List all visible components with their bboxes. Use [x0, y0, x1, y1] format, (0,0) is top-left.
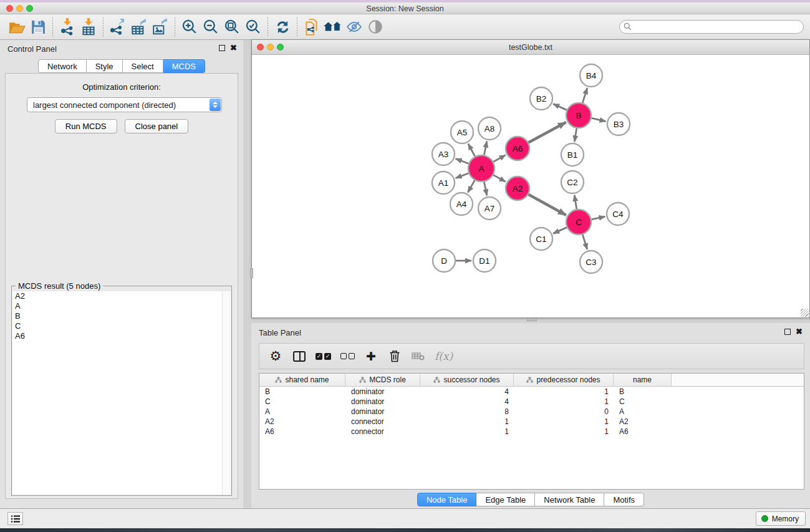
table-cell[interactable]: 4 — [420, 397, 514, 407]
column-header-shared-name[interactable]: shared name — [259, 374, 345, 386]
node-A1[interactable]: A1 — [432, 172, 455, 194]
edge-C-C3[interactable] — [582, 235, 587, 249]
edge-B-B2[interactable] — [553, 104, 567, 110]
close-panel-button[interactable]: Close panel — [125, 119, 189, 133]
table-cell[interactable]: dominator — [345, 397, 420, 407]
table-cell[interactable]: A — [614, 407, 672, 417]
table-cell[interactable]: A — [259, 407, 345, 417]
table-cell[interactable]: connector — [345, 427, 420, 437]
home-button[interactable] — [322, 17, 344, 37]
column-visibility-button[interactable] — [292, 348, 307, 364]
node-C4[interactable]: C4 — [607, 203, 629, 225]
table-cell[interactable]: 1 — [420, 417, 514, 427]
node-A8[interactable]: A8 — [478, 117, 501, 140]
node-B3[interactable]: B3 — [607, 113, 630, 135]
edge-B-B1[interactable] — [574, 128, 576, 142]
table-cell[interactable]: A6 — [259, 427, 345, 437]
delete-table-button[interactable] — [411, 348, 426, 364]
result-item[interactable]: A6 — [12, 331, 222, 341]
node-C1[interactable]: C1 — [530, 228, 552, 250]
vertical-splitter-handle[interactable] — [250, 268, 253, 278]
zoom-out-button[interactable] — [200, 17, 221, 37]
node-A7[interactable]: A7 — [478, 197, 501, 220]
table-cell[interactable]: 1 — [514, 387, 614, 397]
tab-network[interactable]: Network — [38, 59, 87, 73]
table-settings-button[interactable]: ⚙ — [268, 348, 283, 364]
column-header-MCDS-role[interactable]: MCDS role — [345, 374, 420, 386]
close-table-panel-icon[interactable]: ✖ — [796, 329, 803, 335]
deselect-all-button[interactable] — [340, 348, 355, 364]
select-all-button[interactable]: ✓✓ — [316, 348, 331, 364]
edge-A2-C[interactable] — [529, 195, 566, 215]
zoom-selected-button[interactable] — [243, 17, 264, 37]
node-D[interactable]: D — [433, 249, 455, 272]
node-B2[interactable]: B2 — [530, 87, 552, 110]
export-network-button[interactable] — [107, 17, 128, 37]
node-A5[interactable]: A5 — [451, 121, 473, 143]
import-network-button[interactable] — [57, 17, 78, 37]
edge-A-A6[interactable] — [493, 155, 505, 162]
network-canvas[interactable]: AA6A2BCA5A8A3A1A4A7B4B2B3B1C2C4C1C3DD1 — [252, 55, 809, 317]
column-header-name[interactable]: name — [614, 374, 672, 386]
edge-A-A3[interactable] — [456, 158, 469, 163]
window-resize-grip[interactable] — [801, 309, 809, 317]
table-row[interactable]: Bdominator41B — [259, 387, 804, 397]
add-column-button[interactable]: ✚ — [364, 348, 378, 364]
node-A[interactable]: A — [468, 155, 494, 181]
result-item[interactable]: A — [12, 301, 222, 311]
zoom-in-button[interactable] — [179, 17, 200, 37]
table-cell[interactable]: C — [614, 397, 672, 407]
import-table-button[interactable] — [78, 17, 99, 37]
table-row[interactable]: Cdominator41C — [259, 397, 804, 407]
table-cell[interactable]: 1 — [514, 427, 614, 437]
table-cell[interactable]: 1 — [514, 417, 614, 427]
search-input[interactable] — [619, 20, 804, 34]
run-mcds-button[interactable]: Run MCDS — [55, 119, 117, 133]
edge-A-A2[interactable] — [493, 175, 505, 182]
function-builder-button[interactable]: f(x) — [435, 348, 453, 364]
node-A4[interactable]: A4 — [450, 193, 473, 215]
node-C[interactable]: C — [566, 210, 591, 235]
table-cell[interactable]: 4 — [420, 387, 514, 397]
refresh-layout-button[interactable] — [272, 17, 293, 37]
node-B4[interactable]: B4 — [580, 64, 602, 87]
export-image-button[interactable] — [150, 17, 171, 37]
table-row[interactable]: Adominator80A — [259, 407, 804, 417]
edge-C-C2[interactable] — [574, 195, 577, 210]
float-table-panel-icon[interactable] — [784, 329, 791, 335]
tab-select[interactable]: Select — [123, 59, 163, 73]
tab-network-table[interactable]: Network Table — [535, 493, 604, 506]
table-row[interactable]: A6connector11A6 — [259, 427, 804, 437]
memory-button[interactable]: Memory — [756, 511, 806, 526]
column-header-successor-nodes[interactable]: successor nodes — [420, 374, 514, 386]
tab-style[interactable]: Style — [87, 59, 123, 73]
hide-panel-button[interactable] — [344, 17, 365, 37]
result-item[interactable]: A2 — [12, 291, 222, 301]
edge-A6-B[interactable] — [529, 122, 566, 143]
node-B[interactable]: B — [566, 103, 591, 128]
open-session-button[interactable] — [6, 17, 27, 37]
node-B1[interactable]: B1 — [561, 143, 584, 166]
edge-A-A5[interactable] — [468, 144, 475, 157]
tab-edge-table[interactable]: Edge Table — [476, 493, 535, 506]
edge-C-C1[interactable] — [553, 228, 567, 234]
float-panel-icon[interactable] — [219, 45, 225, 51]
table-cell[interactable]: A2 — [614, 417, 672, 427]
table-cell[interactable]: 1 — [514, 397, 614, 407]
node-A2[interactable]: A2 — [506, 177, 529, 200]
show-panel-button[interactable] — [365, 17, 386, 37]
tab-mcds[interactable]: MCDS — [163, 59, 205, 73]
edge-B-B4[interactable] — [582, 88, 587, 103]
save-session-button[interactable] — [27, 17, 49, 37]
column-header-predecessor-nodes[interactable]: predecessor nodes — [514, 374, 614, 386]
edge-A-A8[interactable] — [484, 142, 486, 155]
table-cell[interactable]: A6 — [614, 427, 672, 437]
table-cell[interactable]: dominator — [345, 407, 420, 417]
node-C2[interactable]: C2 — [561, 171, 584, 193]
edge-A-A7[interactable] — [484, 182, 486, 196]
result-item[interactable]: B — [12, 311, 222, 321]
delete-column-button[interactable] — [387, 348, 402, 364]
table-cell[interactable]: 0 — [514, 407, 614, 417]
close-panel-icon[interactable]: ✖ — [230, 45, 237, 51]
edge-C-C4[interactable] — [592, 216, 605, 220]
